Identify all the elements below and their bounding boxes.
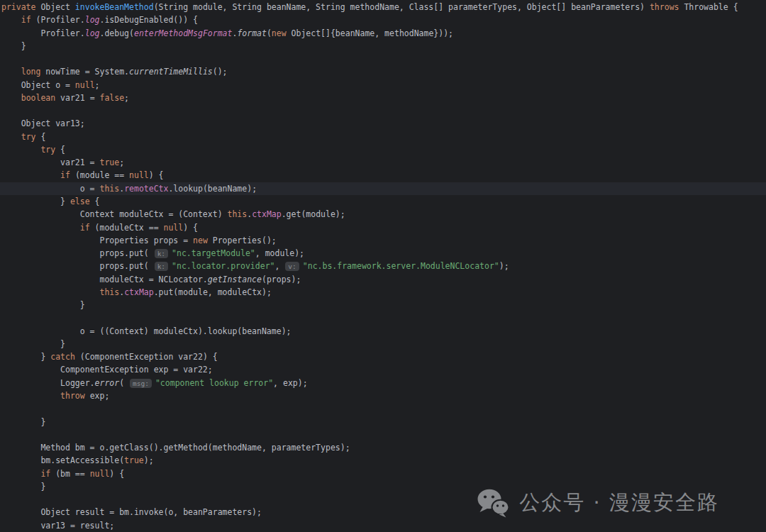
code-line[interactable]: if (Profiler.log.isDebugEnabled()) { — [0, 13, 766, 26]
code-token: o = — [1, 184, 99, 194]
code-token: Profiler. — [1, 28, 85, 38]
code-token: true — [124, 455, 144, 465]
code-line[interactable]: try { — [0, 131, 766, 143]
code-token: var13 = result; — [1, 521, 114, 531]
code-line-current[interactable]: o = this.remoteCtx.lookup(beanName); — [0, 182, 766, 195]
code-token: var21 = — [1, 157, 99, 167]
code-token: Object o = — [1, 80, 75, 90]
code-token: .put(module, moduleCtx); — [154, 287, 272, 297]
code-token: null — [164, 223, 184, 233]
parameter-hint-chip: k: — [155, 249, 168, 258]
code-line[interactable]: } else { — [0, 195, 766, 208]
code-line[interactable] — [0, 311, 766, 324]
code-token: ; — [95, 80, 100, 90]
code-token: (ComponentException var22) { — [80, 352, 218, 362]
code-line[interactable]: o = ((Context) moduleCtx).lookup(beanNam… — [0, 325, 766, 338]
code-token: ; — [124, 93, 129, 103]
code-line[interactable]: } catch (ComponentException var22) { — [0, 350, 766, 363]
code-token — [1, 223, 80, 233]
code-token: var21 = — [60, 93, 99, 103]
code-token: "nc.locator.provider" — [172, 261, 274, 271]
code-token: nowTime = System. — [45, 67, 129, 77]
code-token: if — [80, 223, 95, 233]
code-token: , exp); — [273, 378, 307, 388]
code-line[interactable]: Object var13; — [0, 117, 766, 130]
code-token: try — [21, 132, 41, 142]
code-token: new — [272, 28, 292, 38]
code-line[interactable]: var21 = true; — [0, 156, 766, 169]
code-line[interactable]: props.put( k:"nc.targetModule", module); — [0, 247, 766, 260]
code-line[interactable]: long nowTime = System.currentTimeMillis(… — [0, 65, 766, 78]
code-token: this — [99, 287, 119, 297]
code-line[interactable]: bm.setAccessible(true); — [0, 454, 766, 467]
code-line[interactable] — [0, 428, 766, 441]
code-token: Object[]{beanName, methodName})); — [292, 28, 453, 38]
code-token: enterMethodMsgFormat — [134, 28, 232, 38]
code-token: .debug( — [99, 28, 133, 38]
code-token: .lookup(beanName); — [168, 184, 257, 194]
code-token: if — [40, 469, 55, 479]
code-line[interactable]: props.put( k:"nc.locator.provider", v:"n… — [0, 260, 766, 272]
code-token — [1, 15, 21, 25]
code-area[interactable]: private Object invokeBeanMethod(String m… — [0, 1, 766, 532]
code-token: boolean — [21, 93, 60, 103]
code-token: , — [275, 261, 285, 271]
code-line[interactable]: Context moduleCtx = (Context) this.ctxMa… — [0, 208, 766, 221]
code-token: if — [60, 170, 75, 180]
code-line[interactable]: } — [0, 416, 766, 428]
code-token: Object — [40, 2, 74, 12]
code-line[interactable]: throw exp; — [0, 389, 766, 402]
code-token: Method bm = o.getClass().getMethod(metho… — [1, 443, 350, 453]
code-token — [1, 67, 21, 77]
code-line[interactable]: boolean var21 = false; — [0, 92, 766, 104]
code-token: ctxMap — [252, 209, 282, 219]
code-token: throws — [650, 2, 684, 12]
code-token — [1, 469, 40, 479]
code-line[interactable]: moduleCtx = NCLocator.getInstance(props)… — [0, 273, 766, 286]
code-token: true — [99, 157, 119, 167]
code-token: Throwable { — [684, 2, 738, 12]
code-line[interactable]: Object o = null; — [0, 79, 766, 92]
code-token: null — [129, 170, 149, 180]
code-token: error — [95, 378, 120, 388]
code-token: (bm == — [55, 469, 89, 479]
code-line[interactable]: Method bm = o.getClass().getMethod(metho… — [0, 441, 766, 454]
watermark: 公众号 · 漫漫安全路 — [477, 488, 719, 518]
code-token: (String module, String beanName, String … — [154, 2, 650, 12]
code-token: null — [75, 80, 95, 90]
code-line[interactable]: var13 = result; — [0, 519, 766, 532]
code-token: false — [99, 93, 124, 103]
code-line[interactable] — [0, 402, 766, 415]
code-token — [1, 391, 60, 401]
code-line[interactable]: if (bm == null) { — [0, 467, 766, 480]
code-token: else — [70, 196, 95, 206]
code-token: if — [21, 15, 36, 25]
code-token: .isDebugEnabled()) { — [100, 15, 198, 25]
code-token: { — [95, 196, 100, 206]
code-token: { — [40, 132, 45, 142]
code-token: getInstance — [208, 275, 262, 284]
code-token: ( — [267, 28, 272, 38]
code-line[interactable]: try { — [0, 143, 766, 156]
code-line[interactable]: Logger.error( msg:"component lookup erro… — [0, 377, 766, 389]
code-line[interactable]: this.ctxMap.put(module, moduleCtx); — [0, 286, 766, 299]
code-line[interactable]: } — [0, 299, 766, 311]
code-token: ; — [119, 157, 124, 167]
code-line[interactable]: if (module == null) { — [0, 169, 766, 182]
code-line[interactable]: Properties props = new Properties(); — [0, 234, 766, 247]
code-token: exp; — [90, 391, 110, 401]
code-token: } — [1, 41, 26, 51]
code-line[interactable] — [0, 104, 766, 117]
code-token: ( — [119, 378, 129, 388]
code-line[interactable]: } — [0, 40, 766, 52]
code-line[interactable]: Profiler.log.debug(enterMethodMsgFormat.… — [0, 27, 766, 40]
code-token: } — [1, 352, 50, 362]
code-editor[interactable]: private Object invokeBeanMethod(String m… — [0, 0, 766, 532]
code-token: Properties(); — [213, 235, 277, 245]
code-line[interactable] — [0, 52, 766, 65]
code-line[interactable]: } — [0, 338, 766, 350]
code-line[interactable]: if (moduleCtx == null) { — [0, 221, 766, 234]
code-token: remoteCtx — [124, 184, 168, 194]
code-line[interactable]: private Object invokeBeanMethod(String m… — [0, 1, 766, 13]
code-line[interactable]: ComponentException exp = var22; — [0, 363, 766, 376]
